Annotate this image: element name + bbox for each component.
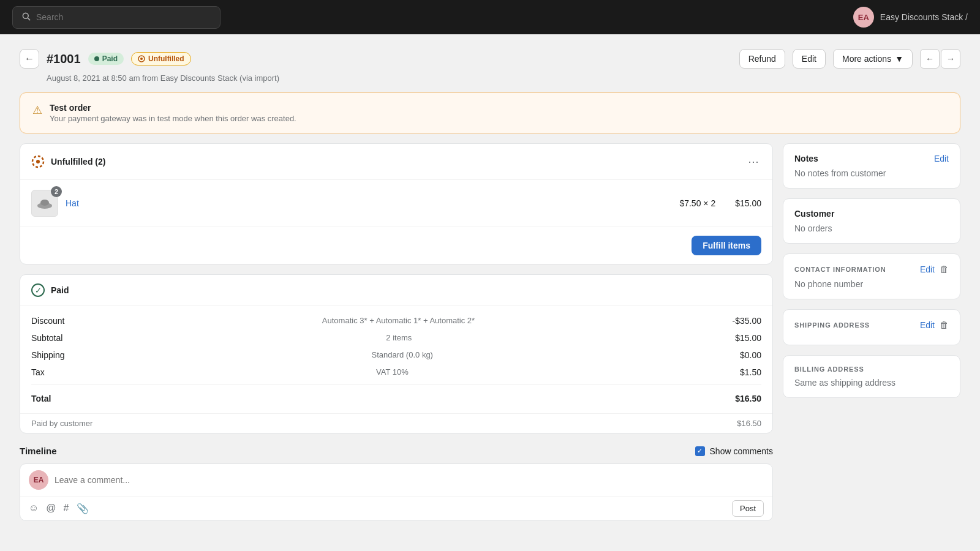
notes-edit-link[interactable]: Edit — [934, 154, 949, 163]
comment-input[interactable] — [55, 475, 764, 485]
billing-card: BILLING ADDRESS Same as shipping address — [783, 355, 960, 398]
discount-value: -$35.00 — [733, 316, 761, 326]
paid-by-value: $16.50 — [737, 419, 761, 428]
contact-card: CONTACT INFORMATION Edit 🗑 No phone numb… — [783, 253, 960, 299]
billing-header: BILLING ADDRESS — [794, 365, 949, 373]
tax-label: Tax — [31, 367, 45, 377]
tax-rate: VAT 10% — [45, 367, 740, 377]
subtotal-items: 2 items — [62, 333, 735, 343]
paid-dot — [94, 56, 99, 61]
top-nav-right: EA Easy Discounts Stack / — [853, 7, 968, 28]
fulfill-items-button[interactable]: Fulfill items — [692, 236, 761, 255]
shipping-actions: Edit 🗑 — [920, 320, 949, 330]
paid-title: Paid — [51, 285, 69, 295]
comment-avatar: EA — [29, 470, 48, 490]
notes-inner: Notes Edit No notes from customer — [783, 144, 960, 188]
svg-point-4 — [36, 160, 40, 163]
unfulfilled-icon — [138, 55, 145, 62]
total-label: Total — [31, 394, 51, 403]
shipping-method: Standard (0.0 kg) — [65, 350, 740, 360]
shipping-edit-link[interactable]: Edit — [920, 320, 935, 330]
shipping-header: SHIPPING ADDRESS Edit 🗑 — [794, 320, 949, 330]
show-comments-toggle[interactable]: ✓ Show comments — [695, 446, 773, 456]
left-column: Unfulfilled (2) ⋯ 2 — [20, 143, 773, 521]
unfulfilled-card-title: Unfulfilled (2) — [51, 157, 105, 167]
paid-by-label: Paid by customer — [31, 419, 92, 428]
quantity-badge: 2 — [51, 186, 62, 197]
shipping-card: SHIPPING ADDRESS Edit 🗑 — [783, 309, 960, 345]
show-comments-checkbox[interactable]: ✓ — [695, 446, 705, 456]
paid-badge: Paid — [88, 53, 124, 65]
show-comments-label: Show comments — [710, 446, 773, 456]
comment-row: EA — [20, 464, 772, 496]
test-order-banner: ⚠ Test order Your payment gateway was in… — [20, 92, 960, 133]
order-header: ← #1001 Paid Unfulfilled Refund Edit Mor… — [20, 49, 960, 69]
trash-icon[interactable]: 🗑 — [940, 264, 949, 274]
comment-toolbar: ☺ @ # 📎 Post — [20, 496, 772, 520]
svg-point-2 — [140, 58, 143, 60]
notes-empty: No notes from customer — [794, 168, 886, 178]
discount-code: Automatic 3* + Automatic 1* + Automatic … — [64, 316, 732, 326]
shipping-trash-icon[interactable]: 🗑 — [940, 320, 949, 330]
discount-label: Discount — [31, 316, 64, 326]
refund-button[interactable]: Refund — [739, 49, 785, 69]
main-content: ← #1001 Paid Unfulfilled Refund Edit Mor… — [0, 34, 980, 536]
price-per-qty: $7.50 × 2 — [679, 198, 715, 208]
chevron-down-icon: ▼ — [895, 54, 903, 64]
search-bar[interactable] — [12, 6, 221, 29]
discount-row: Discount Automatic 3* + Automatic 1* + A… — [20, 312, 772, 329]
search-icon — [21, 12, 31, 23]
billing-inner: BILLING ADDRESS Same as shipping address — [783, 356, 960, 397]
attachment-icon[interactable]: 📎 — [77, 503, 89, 514]
unfulfilled-card: Unfulfilled (2) ⋯ 2 — [20, 143, 773, 264]
order-number: #1001 — [47, 52, 81, 66]
hat-product-icon — [36, 195, 53, 212]
total-value: $16.50 — [735, 394, 761, 403]
edit-button[interactable]: Edit — [793, 49, 826, 69]
svg-point-6 — [40, 200, 49, 206]
contact-section-label: CONTACT INFORMATION — [794, 266, 886, 273]
more-actions-button[interactable]: More actions ▼ — [833, 49, 913, 69]
next-order-button[interactable]: → — [941, 49, 960, 69]
unfulfilled-card-header: Unfulfilled (2) ⋯ — [20, 144, 772, 180]
shipping-section-label: SHIPPING ADDRESS — [794, 321, 870, 329]
product-name-link[interactable]: Hat — [66, 198, 79, 208]
subtotal-label: Subtotal — [31, 333, 62, 343]
notes-header: Notes Edit — [794, 154, 949, 163]
paid-status-icon: ✓ — [31, 283, 45, 297]
contact-inner: CONTACT INFORMATION Edit 🗑 No phone numb… — [783, 254, 960, 299]
timeline-header: Timeline ✓ Show comments — [20, 443, 773, 463]
prev-order-button[interactable]: ← — [920, 49, 940, 69]
customer-card: Customer No orders — [783, 198, 960, 244]
back-button[interactable]: ← — [20, 49, 39, 69]
notes-card: Notes Edit No notes from customer — [783, 143, 960, 189]
emoji-icon[interactable]: ☺ — [29, 503, 39, 514]
timeline-section: Timeline ✓ Show comments EA — [20, 443, 773, 521]
right-column: Notes Edit No notes from customer Custom… — [783, 143, 960, 398]
payment-card: ✓ Paid Discount Automatic 3* + Automatic… — [20, 274, 773, 433]
shipping-inner: SHIPPING ADDRESS Edit 🗑 — [783, 310, 960, 345]
line-item-right: $7.50 × 2 $15.00 — [679, 198, 761, 208]
subtotal-row: Subtotal 2 items $15.00 — [20, 329, 772, 347]
customer-inner: Customer No orders — [783, 199, 960, 243]
paid-by-row: Paid by customer $16.50 — [20, 413, 772, 433]
two-col-layout: Unfulfilled (2) ⋯ 2 — [20, 143, 960, 521]
product-image-wrap: 2 — [31, 190, 58, 217]
contact-edit-link[interactable]: Edit — [920, 264, 935, 274]
post-button[interactable]: Post — [732, 500, 764, 517]
shipping-label: Shipping — [31, 350, 65, 360]
order-date: August 8, 2021 at 8:50 am from Easy Disc… — [47, 73, 960, 83]
mention-icon[interactable]: @ — [46, 503, 56, 514]
top-nav: EA Easy Discounts Stack / — [0, 0, 980, 34]
unfulfilled-card-footer: Fulfill items — [20, 227, 772, 264]
comment-icons: ☺ @ # 📎 — [29, 503, 89, 514]
hashtag-icon[interactable]: # — [64, 503, 69, 514]
order-header-left: ← #1001 Paid Unfulfilled — [20, 49, 191, 69]
unfulfilled-more-icon[interactable]: ⋯ — [745, 152, 761, 171]
warning-icon: ⚠ — [32, 103, 42, 117]
search-input[interactable] — [36, 12, 211, 22]
comment-area: EA ☺ @ # 📎 Post — [20, 463, 773, 521]
order-header-right: Refund Edit More actions ▼ ← → — [739, 49, 960, 69]
tax-row: Tax VAT 10% $1.50 — [20, 364, 772, 381]
notes-title: Notes — [794, 154, 818, 163]
